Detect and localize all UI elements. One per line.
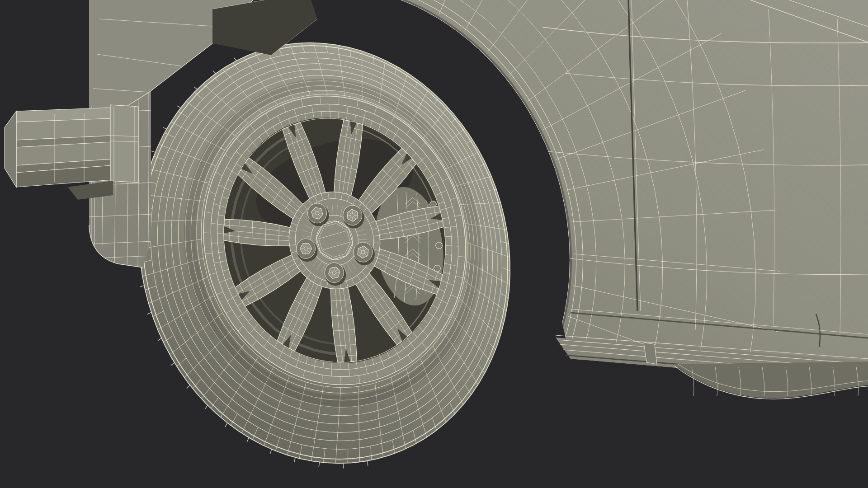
render-canvas [0,0,868,488]
wireframe-3d-viewport [0,0,868,488]
beam-bracket [110,105,138,183]
